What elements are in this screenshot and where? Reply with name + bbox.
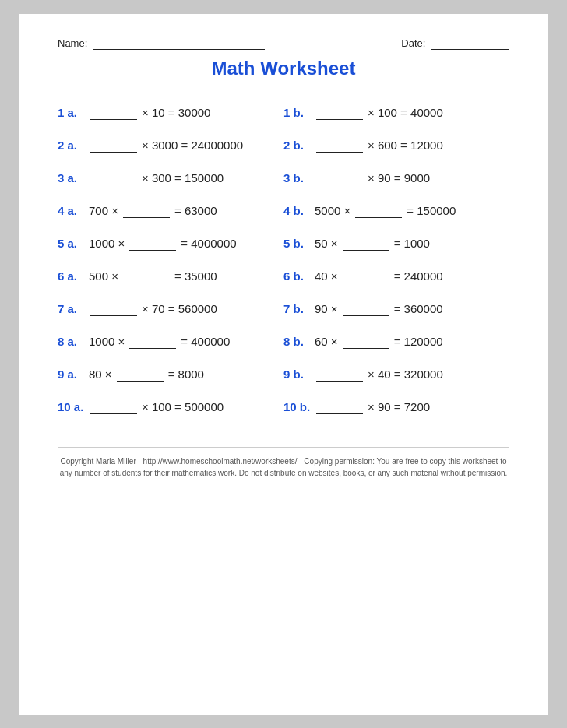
problem-equation: 1000 × = 400000 bbox=[89, 335, 230, 349]
answer-blank[interactable] bbox=[316, 139, 363, 153]
date-field[interactable] bbox=[431, 37, 509, 50]
problem-equation: × 3000 = 24000000 bbox=[89, 139, 243, 153]
problem-label: 7 b. bbox=[284, 302, 315, 315]
answer-blank[interactable] bbox=[343, 237, 389, 251]
problem-label: 6 a. bbox=[58, 269, 89, 283]
name-section: Name: bbox=[58, 37, 265, 50]
page-title: Math Worksheet bbox=[58, 58, 509, 79]
answer-blank[interactable] bbox=[90, 302, 137, 316]
answer-blank[interactable] bbox=[343, 335, 389, 349]
problem-cell: 2 a. × 3000 = 24000000 bbox=[58, 129, 284, 162]
problem-label: 9 b. bbox=[284, 368, 315, 381]
problem-cell: 6 a.500 × = 35000 bbox=[58, 260, 284, 293]
problem-cell: 9 b. × 40 = 320000 bbox=[284, 358, 509, 391]
problem-equation: × 100 = 40000 bbox=[315, 106, 443, 120]
answer-blank[interactable] bbox=[343, 302, 389, 316]
problem-label: 3 b. bbox=[284, 171, 315, 185]
answer-blank[interactable] bbox=[117, 368, 164, 382]
problem-equation: × 90 = 7200 bbox=[315, 400, 430, 414]
problem-label: 2 b. bbox=[284, 139, 315, 152]
problem-label: 9 a. bbox=[58, 368, 89, 381]
problem-label: 7 a. bbox=[58, 302, 89, 315]
problem-equation: × 70 = 560000 bbox=[89, 302, 217, 316]
problem-label: 10 a. bbox=[58, 400, 89, 413]
problem-label: 2 a. bbox=[58, 139, 89, 152]
answer-blank[interactable] bbox=[90, 171, 137, 185]
problem-cell: 7 a. × 70 = 560000 bbox=[58, 293, 284, 325]
answer-blank[interactable] bbox=[355, 204, 402, 218]
problem-label: 10 b. bbox=[284, 400, 315, 413]
answer-blank[interactable] bbox=[129, 237, 176, 251]
problem-label: 5 a. bbox=[58, 237, 89, 250]
problem-equation: 40 × = 240000 bbox=[315, 269, 443, 283]
problem-cell: 6 b.40 × = 240000 bbox=[284, 260, 509, 293]
problem-equation: × 10 = 30000 bbox=[89, 106, 210, 120]
problem-cell: 8 b.60 × = 120000 bbox=[284, 325, 509, 358]
problem-equation: 80 × = 8000 bbox=[89, 368, 204, 382]
problems-grid: 1 a. × 10 = 300001 b. × 100 = 400002 a. … bbox=[58, 97, 509, 424]
problem-equation: 90 × = 360000 bbox=[315, 302, 443, 316]
answer-blank[interactable] bbox=[316, 400, 363, 414]
problem-equation: × 100 = 500000 bbox=[89, 400, 224, 414]
answer-blank[interactable] bbox=[90, 400, 137, 414]
problem-cell: 5 a.1000 × = 4000000 bbox=[58, 227, 284, 260]
problem-equation: 700 × = 63000 bbox=[89, 204, 217, 218]
answer-blank[interactable] bbox=[129, 335, 176, 349]
problem-equation: 500 × = 35000 bbox=[89, 269, 217, 283]
answer-blank[interactable] bbox=[90, 106, 137, 120]
problem-cell: 1 b. × 100 = 40000 bbox=[284, 97, 509, 129]
problem-label: 6 b. bbox=[284, 269, 315, 283]
problem-cell: 3 b. × 90 = 9000 bbox=[284, 162, 509, 195]
copyright-text: Copyright Maria Miller - http://www.home… bbox=[58, 447, 509, 479]
problem-label: 4 a. bbox=[58, 204, 89, 217]
problem-label: 8 b. bbox=[284, 335, 315, 348]
answer-blank[interactable] bbox=[90, 139, 137, 153]
problem-equation: 60 × = 120000 bbox=[315, 335, 443, 349]
answer-blank[interactable] bbox=[316, 106, 363, 120]
problem-equation: 50 × = 1000 bbox=[315, 237, 430, 251]
date-label: Date: bbox=[401, 37, 425, 49]
name-label: Name: bbox=[58, 37, 87, 49]
problem-equation: 1000 × = 4000000 bbox=[89, 237, 237, 251]
problem-label: 1 a. bbox=[58, 106, 89, 119]
problem-label: 5 b. bbox=[284, 237, 315, 250]
problem-label: 1 b. bbox=[284, 106, 315, 119]
problem-cell: 2 b. × 600 = 12000 bbox=[284, 129, 509, 162]
problem-equation: × 600 = 12000 bbox=[315, 139, 443, 153]
problem-cell: 3 a. × 300 = 150000 bbox=[58, 162, 284, 195]
problem-cell: 7 b.90 × = 360000 bbox=[284, 293, 509, 325]
problem-label: 4 b. bbox=[284, 204, 315, 217]
problem-label: 3 a. bbox=[58, 171, 89, 185]
date-section: Date: bbox=[401, 37, 509, 50]
problem-cell: 4 b.5000 × = 150000 bbox=[284, 195, 509, 227]
answer-blank[interactable] bbox=[316, 368, 363, 382]
name-field[interactable] bbox=[93, 37, 265, 50]
answer-blank[interactable] bbox=[123, 204, 170, 218]
problem-cell: 10 a. × 100 = 500000 bbox=[58, 391, 284, 424]
problem-equation: × 40 = 320000 bbox=[315, 368, 443, 382]
problem-equation: 5000 × = 150000 bbox=[315, 204, 456, 218]
problem-cell: 8 a.1000 × = 400000 bbox=[58, 325, 284, 358]
worksheet-page: Name: Date: Math Worksheet 1 a. × 10 = 3… bbox=[19, 14, 548, 715]
answer-blank[interactable] bbox=[316, 171, 363, 185]
answer-blank[interactable] bbox=[123, 269, 170, 283]
problem-cell: 10 b. × 90 = 7200 bbox=[284, 391, 509, 424]
answer-blank[interactable] bbox=[343, 269, 389, 283]
problem-label: 8 a. bbox=[58, 335, 89, 348]
header-line: Name: Date: bbox=[58, 37, 509, 50]
problem-cell: 1 a. × 10 = 30000 bbox=[58, 97, 284, 129]
problem-cell: 9 a.80 × = 8000 bbox=[58, 358, 284, 391]
problem-cell: 4 a.700 × = 63000 bbox=[58, 195, 284, 227]
problem-equation: × 90 = 9000 bbox=[315, 171, 430, 185]
problem-equation: × 300 = 150000 bbox=[89, 171, 224, 185]
problem-cell: 5 b.50 × = 1000 bbox=[284, 227, 509, 260]
